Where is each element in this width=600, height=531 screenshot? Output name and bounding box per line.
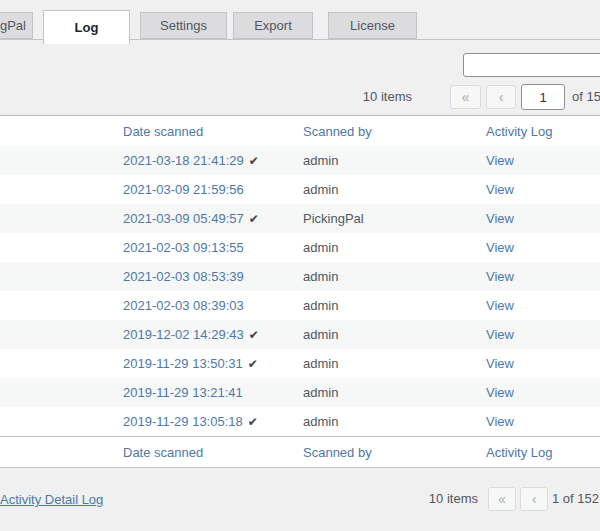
date-scanned-link[interactable]: 2021-02-03 08:53:39 [123,269,244,284]
tab-pickingpal[interactable]: gPal [0,12,33,39]
scanned-by-value: PickingPal [303,211,364,226]
check-icon: ✔ [249,212,259,226]
view-activity-link[interactable]: View [486,269,514,284]
view-activity-link[interactable]: View [486,240,514,255]
view-activity-link[interactable]: View [486,153,514,168]
scanned-by-value: admin [303,269,338,284]
tab-license[interactable]: License [328,12,417,39]
table-row: 2019-12-02 14:29:43✔ admin View [0,320,600,349]
empty-footer-cell [0,437,115,468]
tab-log[interactable]: Log [43,10,130,44]
date-scanned-link[interactable]: 2021-03-09 21:59:56 [123,182,244,197]
sort-activity-log[interactable]: Activity Log [486,124,552,139]
date-scanned-link[interactable]: 2019-11-29 13:05:18 [123,414,243,429]
items-count: 10 items [322,89,412,104]
date-scanned-link[interactable]: 2021-02-03 08:39:03 [123,298,244,313]
empty-header-cell [0,116,115,147]
prev-page-button-bottom[interactable]: ‹ [520,487,548,511]
row-lead-cell [0,204,115,233]
sort-activity-log-footer[interactable]: Activity Log [486,445,552,460]
current-page-input[interactable] [521,84,565,110]
tab-export[interactable]: Export [233,12,313,39]
row-lead-cell [0,291,115,320]
view-activity-link[interactable]: View [486,182,514,197]
row-lead-cell [0,233,115,262]
date-scanned-link[interactable]: 2021-03-18 21:41:29 [123,153,244,168]
check-icon: ✔ [249,154,259,168]
activity-detail-log-link[interactable]: Activity Detail Log [0,492,103,507]
table-row: 2021-02-03 08:39:03 admin View [0,291,600,320]
plugin-log-page: gPal Log Settings Export License 10 item… [0,0,600,531]
date-scanned-link[interactable]: 2021-03-09 05:49:57 [123,211,244,226]
table-row: 2021-02-03 08:53:39 admin View [0,262,600,291]
log-table-body: 2021-03-18 21:41:29✔ admin View 2021-03-… [0,146,600,437]
view-activity-link[interactable]: View [486,414,514,429]
row-lead-cell [0,146,115,175]
page-status-bottom: 1 of 152 [552,491,599,506]
view-activity-link[interactable]: View [486,298,514,313]
table-row: 2019-11-29 13:21:41 admin View [0,378,600,407]
scanned-by-value: admin [303,182,338,197]
date-scanned-link[interactable]: 2019-11-29 13:21:41 [123,385,243,400]
view-activity-link[interactable]: View [486,211,514,226]
scanned-by-value: admin [303,153,338,168]
scanned-by-value: admin [303,298,338,313]
sort-scanned-by[interactable]: Scanned by [303,124,372,139]
table-row: 2021-02-03 09:13:55 admin View [0,233,600,262]
items-count-bottom: 10 items [400,491,478,506]
table-row: 2019-11-29 13:05:18✔ admin View [0,407,600,437]
total-pages-label: of 152 [572,89,600,104]
row-lead-cell [0,320,115,349]
table-row: 2021-03-09 05:49:57✔ PickingPal View [0,204,600,233]
scanned-by-value: admin [303,240,338,255]
check-icon: ✔ [249,328,259,342]
check-icon: ✔ [248,415,258,429]
date-scanned-link[interactable]: 2019-12-02 14:29:43 [123,327,244,342]
row-lead-cell [0,175,115,204]
view-activity-link[interactable]: View [486,356,514,371]
scanned-by-value: admin [303,414,338,429]
bottom-bar: Activity Detail Log 10 items « ‹ 1 of 15… [0,479,600,531]
scanned-by-value: admin [303,327,338,342]
table-row: 2021-03-09 21:59:56 admin View [0,175,600,204]
scan-log-table: Date scanned Scanned by Activity Log 202… [0,115,600,468]
row-lead-cell [0,378,115,407]
tab-settings[interactable]: Settings [140,12,227,39]
table-row: 2019-11-29 13:50:31✔ admin View [0,349,600,378]
scanned-by-value: admin [303,356,338,371]
first-page-button-bottom[interactable]: « [488,487,516,511]
prev-page-button[interactable]: ‹ [486,85,516,109]
table-header: Date scanned Scanned by Activity Log [0,116,600,147]
date-scanned-link[interactable]: 2019-11-29 13:50:31 [123,356,243,371]
sort-scanned-by-footer[interactable]: Scanned by [303,445,372,460]
search-input[interactable] [463,53,600,77]
check-icon: ✔ [248,357,258,371]
first-page-button[interactable]: « [450,85,481,109]
sort-date-scanned-footer[interactable]: Date scanned [123,445,203,460]
list-table-toolbar: 10 items « ‹ of 152 [0,44,600,115]
table-footer-header: Date scanned Scanned by Activity Log [0,437,600,468]
tab-bar: gPal Log Settings Export License [0,0,600,44]
table-row: 2021-03-18 21:41:29✔ admin View [0,146,600,175]
row-lead-cell [0,407,115,437]
sort-date-scanned[interactable]: Date scanned [123,124,203,139]
scanned-by-value: admin [303,385,338,400]
view-activity-link[interactable]: View [486,385,514,400]
row-lead-cell [0,262,115,291]
date-scanned-link[interactable]: 2021-02-03 09:13:55 [123,240,244,255]
view-activity-link[interactable]: View [486,327,514,342]
row-lead-cell [0,349,115,378]
